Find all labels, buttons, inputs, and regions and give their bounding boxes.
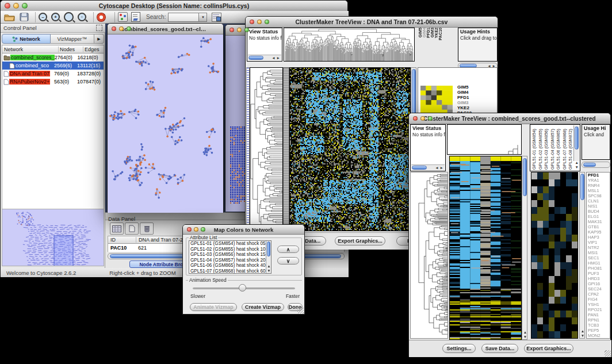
network-canvas[interactable] <box>108 35 223 213</box>
gene-label[interactable]: HRD3 <box>588 276 610 281</box>
new-document-icon[interactable] <box>125 223 139 235</box>
minimize-icon[interactable] <box>420 116 425 121</box>
tv1-view-status-scrollbar[interactable]: ◄ ► <box>248 55 281 60</box>
network-row-dna-tran[interactable]: DNA and Tran 07 769(0) 183728(0) <box>2 70 104 78</box>
resize-grip[interactable] <box>605 350 611 357</box>
gene-label[interactable]: MAK31 <box>588 219 610 224</box>
gene-label[interactable]: KAP95 <box>588 229 610 235</box>
main-titlebar[interactable]: Cytoscape Desktop (Session Name: collins… <box>1 1 347 12</box>
tv1-row-dendrogram[interactable] <box>250 67 283 231</box>
trash-icon[interactable] <box>140 223 154 235</box>
overview-canvas[interactable] <box>2 209 104 266</box>
attribute-item[interactable]: GPL51-03 (GSM856) heat shock 15 min <box>190 252 271 258</box>
tv2-gene-list-scrollbar[interactable]: ▲ ▼ <box>579 172 585 339</box>
column-label[interactable]: GPL51-01 (GSM854) <box>531 129 538 170</box>
tab-overflow-button[interactable]: ▶ <box>94 34 104 44</box>
export-graphics-button[interactable]: Export Graphics... <box>524 344 573 353</box>
tv1-zoom-heatmap-canvas[interactable] <box>420 86 453 114</box>
table-icon[interactable] <box>110 223 124 235</box>
tab-vizmapper[interactable]: VizMapper™ <box>51 34 94 44</box>
network-titlebar[interactable]: combined_scores_good.txt--cluste... <box>108 24 223 35</box>
network-overview-panel[interactable] <box>2 209 104 266</box>
gene-label[interactable]: GPI16 <box>588 281 610 286</box>
scroll-up-icon[interactable]: ▲ <box>575 160 579 165</box>
attribute-item[interactable]: GPL51-06 (GSM865) heat shock 40 min <box>190 263 271 269</box>
tv1-row-labels[interactable]: GIM5 GIM4 PFD1 GIM3 YKE2 PAC10 <box>457 85 472 116</box>
gene-label[interactable]: RPO21 <box>588 307 610 312</box>
gene-label[interactable]: HAP3 <box>588 235 610 240</box>
minimize-icon[interactable] <box>119 26 124 31</box>
move-down-button[interactable]: ∨ <box>277 257 299 265</box>
gene-label[interactable]: HMG1 <box>588 260 610 266</box>
row-label[interactable]: PFD1 <box>457 95 472 100</box>
scroll-down-icon[interactable]: ▼ <box>581 334 584 338</box>
gene-label[interactable]: GTB1 <box>588 224 610 229</box>
zoom-selected-icon[interactable] <box>64 12 74 22</box>
tv1-column-labels[interactable]: GIM5 GIM4 PFD1 GIM3 YKE2 PAC10 <box>417 28 442 62</box>
close-icon[interactable] <box>187 227 192 232</box>
close-icon[interactable] <box>5 3 10 9</box>
tv2-row-dendrogram[interactable] <box>410 172 448 339</box>
column-label[interactable]: GPL51-04 (GSM857) <box>550 129 556 170</box>
network-row-rnapuber[interactable]: RNAPuberNov2+ 563(0) 107847(0) <box>2 78 104 86</box>
tv2-usage-hints-scrollbar[interactable] <box>582 162 610 168</box>
gene-label[interactable]: SEC24 <box>588 286 610 292</box>
gene-label[interactable]: YRA1 <box>588 178 610 183</box>
tv2-col-tree-canvas[interactable] <box>447 125 521 154</box>
minimize-icon[interactable] <box>237 28 242 32</box>
save-data-button[interactable]: Save Data... <box>481 344 518 353</box>
column-label[interactable]: GPL51-02 (GSM855) <box>538 129 544 170</box>
close-icon[interactable] <box>250 20 254 24</box>
export-graphics-button[interactable]: Export Graphics... <box>335 236 385 246</box>
close-icon[interactable] <box>413 116 418 121</box>
tv1-heatmap-canvas[interactable] <box>290 68 410 231</box>
attribute-item[interactable]: GPL51-01 (GSM854) heat shock 05 min <box>190 241 271 247</box>
gene-label[interactable]: PEP5 <box>588 328 610 333</box>
gene-label[interactable]: FIG4 <box>588 297 610 302</box>
tv2-zoom-heatmap-canvas[interactable] <box>531 173 577 338</box>
gene-label[interactable]: TCB3 <box>588 323 610 328</box>
gene-label[interactable]: PHO81 <box>588 266 610 271</box>
zoom-out-icon[interactable]: – <box>39 13 47 21</box>
tv2-column-labels[interactable]: GPL51-01 (GSM854)GPL51-02 (GSM855)GPL51-… <box>531 125 574 170</box>
save-icon[interactable] <box>20 13 29 21</box>
resize-grip[interactable] <box>297 307 304 313</box>
network-row-selected[interactable]: combined_sco 2569(6) 13112(15) <box>2 62 104 70</box>
zoom-window-icon[interactable] <box>428 116 433 121</box>
tv1-heatmap[interactable] <box>289 67 411 231</box>
gene-label[interactable]: SPC98 <box>588 193 610 198</box>
row-label[interactable]: YKE2 <box>457 105 472 110</box>
settings-button[interactable]: Settings... <box>442 344 476 353</box>
column-label[interactable]: GIM3 <box>430 28 434 37</box>
scroll-up-icon[interactable]: ▲ <box>523 330 527 335</box>
zoom-window-icon[interactable] <box>201 227 205 232</box>
treeview1-titlebar[interactable]: ClusterMaker TreeView : DNA and Tran 07-… <box>246 17 498 28</box>
column-label[interactable]: GPL51-07 (GSM868) <box>562 129 568 170</box>
gene-label[interactable]: CLN1 <box>588 198 610 204</box>
tv2-heatmap[interactable] <box>449 156 522 340</box>
row-label[interactable]: GIM3 <box>457 100 472 105</box>
tv2-column-tree[interactable] <box>447 124 522 155</box>
speed-slider-thumb[interactable] <box>239 284 246 292</box>
minimize-icon[interactable] <box>257 20 262 24</box>
gene-label[interactable]: PUF3 <box>588 271 610 276</box>
column-label[interactable]: GIM4 <box>422 28 426 37</box>
scroll-down-icon[interactable]: ▼ <box>267 269 270 273</box>
open-folder-icon[interactable] <box>4 13 15 21</box>
gene-label[interactable]: YSH1 <box>588 302 610 307</box>
vizmapper-icon[interactable] <box>118 12 128 22</box>
gene-label[interactable]: RPN1 <box>588 317 610 323</box>
network-row-combined-scores[interactable]: combined_scores_ 2764(0) 16218(0) <box>2 53 104 62</box>
tab-network[interactable]: Network <box>2 34 51 44</box>
tv2-view-status-scrollbar[interactable]: ◄ ► <box>411 164 445 170</box>
tv2-column-labels-scrollbar[interactable] <box>573 125 579 161</box>
attribute-list[interactable]: GPL51-01 (GSM854) heat shock 05 minGPL51… <box>189 240 271 274</box>
float-panel-icon[interactable] <box>96 25 102 31</box>
zoom-in-icon[interactable]: + <box>51 13 60 21</box>
scroll-up-icon[interactable]: ▲ <box>581 329 584 334</box>
tv2-heatmap-canvas[interactable] <box>450 156 521 339</box>
zoom-window-icon[interactable] <box>244 28 249 32</box>
gene-label[interactable]: PFD1 <box>588 173 610 178</box>
gene-label[interactable]: NTR2 <box>588 245 610 250</box>
column-label[interactable]: PFD1 <box>426 28 430 38</box>
